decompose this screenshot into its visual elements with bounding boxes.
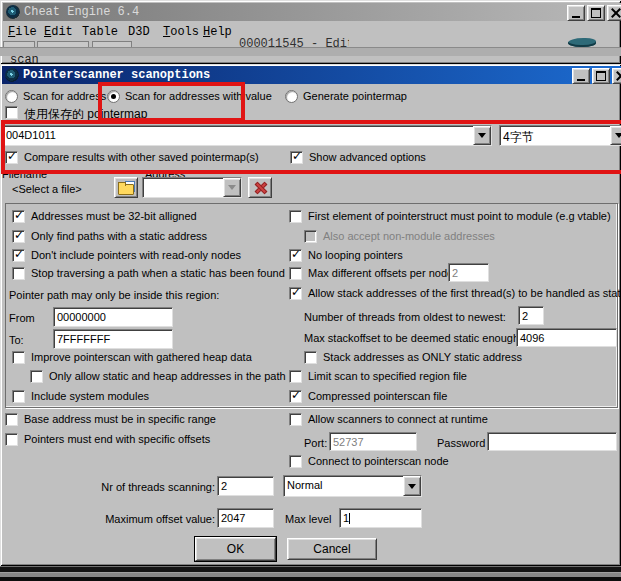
- delete-entry-button[interactable]: [248, 177, 272, 198]
- menu-help[interactable]: Help: [203, 25, 232, 39]
- clipped-panel-edge: [0, 47, 621, 56]
- main-maximize-button[interactable]: [587, 5, 605, 21]
- threads-scanning-input[interactable]: 2: [217, 476, 274, 496]
- main-close-button[interactable]: [607, 5, 621, 21]
- clipped-scan-text: scan: [10, 53, 50, 64]
- max-offsets-input[interactable]: 2: [448, 263, 489, 282]
- password-input[interactable]: [487, 432, 617, 451]
- threads-oldest-input[interactable]: 2: [518, 306, 544, 325]
- dropdown-button[interactable]: [473, 126, 491, 145]
- priority-combobox[interactable]: Normal: [283, 475, 422, 497]
- checkbox-no-readonly-nodes[interactable]: Don't include pointers with read-only no…: [12, 249, 241, 262]
- dropdown-button[interactable]: [610, 126, 621, 145]
- menu-file[interactable]: File: [8, 25, 37, 39]
- pointermap-address-combobox[interactable]: [142, 177, 242, 198]
- checkbox-box: [289, 390, 302, 403]
- value-type-combobox[interactable]: 4字节: [499, 125, 621, 146]
- from-input[interactable]: 00000000: [53, 307, 173, 327]
- main-window-controls: [565, 5, 621, 21]
- dialog-close-button[interactable]: [612, 68, 621, 84]
- checkbox-no-looping-pointers[interactable]: No looping pointers: [289, 249, 403, 262]
- max-stackoffset-label: Max stackoffset to be deemed static enou…: [304, 332, 522, 344]
- main-titlebar: Cheat Engine 6.4: [3, 3, 621, 21]
- checkbox-show-advanced-options[interactable]: Show advanced options: [290, 151, 426, 164]
- checkbox-label: Include system modules: [31, 390, 149, 402]
- checkbox-end-specific-offsets[interactable]: Pointers must end with specific offsets: [5, 433, 210, 446]
- checkbox-label: Only find paths with a static address: [31, 230, 207, 242]
- checkbox-limit-region-file[interactable]: Limit scan to specified region file: [289, 370, 467, 383]
- checkbox-compare-results[interactable]: Compare results with other saved pointer…: [5, 151, 259, 164]
- checkbox-heap-data[interactable]: Improve pointerscan with gathered heap d…: [12, 351, 252, 364]
- dialog-titlebar[interactable]: Pointerscanner scanoptions: [2, 66, 621, 84]
- chevron-down-icon: [408, 484, 416, 489]
- checkbox-box: [289, 370, 302, 383]
- checkbox-non-module-addresses: Also accept non-module addresses: [304, 230, 495, 243]
- to-input[interactable]: 7FFFFFFF: [53, 329, 173, 349]
- checkbox-base-address-range[interactable]: Base address must be in specific range: [5, 413, 216, 426]
- main-minimize-button[interactable]: [567, 5, 585, 21]
- checkbox-stack-only-static[interactable]: Stack addresses as ONLY static address: [304, 351, 522, 364]
- checkbox-stack-addresses-static[interactable]: Allow stack addresses of the first threa…: [289, 287, 621, 300]
- to-label: To:: [9, 334, 24, 346]
- checkbox-label: Improve pointerscan with gathered heap d…: [31, 351, 252, 363]
- checkbox-label: No looping pointers: [308, 249, 403, 261]
- radio-dot: [285, 90, 298, 103]
- menu-table[interactable]: Table: [82, 25, 118, 39]
- checkbox-label: Compressed pointerscan file: [308, 390, 447, 402]
- password-label: Password: [437, 437, 485, 449]
- radio-scan-for-address[interactable]: Scan for address: [5, 90, 106, 103]
- checkbox-compressed-file[interactable]: Compressed pointerscan file: [289, 390, 447, 403]
- checkbox-label: Allow scanners to connect at runtime: [308, 413, 488, 425]
- checkbox-box: [12, 210, 25, 223]
- checkbox-label: Stack addresses as ONLY static address: [323, 351, 522, 363]
- main-window-title: Cheat Engine 6.4: [24, 5, 139, 19]
- checkbox-allow-scanners-runtime[interactable]: Allow scanners to connect at runtime: [289, 413, 488, 426]
- dialog-maximize-button[interactable]: [592, 68, 610, 84]
- menu-tools[interactable]: Tools: [163, 25, 199, 39]
- radio-generate-pointermap[interactable]: Generate pointermap: [285, 90, 407, 103]
- checkbox-include-system-modules[interactable]: Include system modules: [12, 390, 149, 403]
- text-caret: [349, 513, 350, 524]
- screen-bottom-edge: [0, 566, 621, 581]
- checkbox-label: Don't include pointers with read-only no…: [31, 249, 241, 261]
- checkbox-label: Max different offsets per node:: [308, 267, 456, 279]
- ok-button[interactable]: OK: [195, 537, 276, 561]
- maximize-icon: [591, 8, 601, 18]
- threads-scanning-label: Nr of threads scanning:: [60, 481, 215, 493]
- radio-label: Scan for addresses with value: [125, 90, 272, 102]
- checkbox-max-offsets-per-node[interactable]: Max different offsets per node:: [289, 267, 456, 280]
- max-stackoffset-input[interactable]: 4096: [516, 328, 617, 347]
- checkbox-connect-pointerscan-node[interactable]: Connect to pointerscan node: [289, 455, 449, 468]
- checkbox-32bit-aligned[interactable]: Addresses must be 32-bit alligned: [12, 210, 197, 223]
- cheat-engine-icon: [6, 5, 20, 19]
- maximum-offset-input[interactable]: 2047: [217, 508, 274, 528]
- open-file-button[interactable]: [114, 177, 138, 198]
- checkbox-stop-traversing[interactable]: Stop traversing a path when a static has…: [12, 267, 285, 280]
- checkbox-box: [289, 267, 302, 280]
- port-input[interactable]: 52737: [329, 432, 417, 451]
- checkbox-label: Limit scan to specified region file: [308, 370, 467, 382]
- checkbox-box: [12, 267, 25, 280]
- checkbox-label: Only allow static and heap addresses in …: [49, 370, 286, 382]
- menu-d3d[interactable]: D3D: [128, 25, 150, 39]
- radio-scan-for-addresses-with-value[interactable]: Scan for addresses with value: [107, 90, 272, 103]
- address-value-combobox[interactable]: 004D1011: [2, 125, 492, 146]
- max-level-input[interactable]: 1: [339, 508, 422, 528]
- checkbox-static-heap-only[interactable]: Only allow static and heap addresses in …: [30, 370, 286, 383]
- checkbox-use-saved-pointermap[interactable]: 使用保存的 pointermap: [5, 106, 147, 123]
- dropdown-button[interactable]: [403, 476, 421, 496]
- dropdown-button-disabled: [223, 178, 241, 197]
- chevron-down-icon: [228, 185, 236, 190]
- address-value-text: 004D1011: [3, 126, 473, 145]
- dialog-minimize-button[interactable]: [572, 68, 590, 84]
- radio-label: Scan for address: [23, 90, 106, 102]
- radio-label: Generate pointermap: [303, 90, 407, 102]
- checkbox-only-static-paths[interactable]: Only find paths with a static address: [12, 230, 207, 243]
- filename-label: Filename: [2, 168, 47, 180]
- radio-dot: [5, 90, 18, 103]
- checkbox-label: Show advanced options: [309, 151, 426, 163]
- checkbox-first-element-module[interactable]: First element of pointerstruct must poin…: [289, 210, 611, 223]
- menu-edit[interactable]: Edit: [44, 25, 73, 39]
- cancel-button[interactable]: Cancel: [287, 538, 377, 560]
- checkbox-box: [5, 433, 18, 446]
